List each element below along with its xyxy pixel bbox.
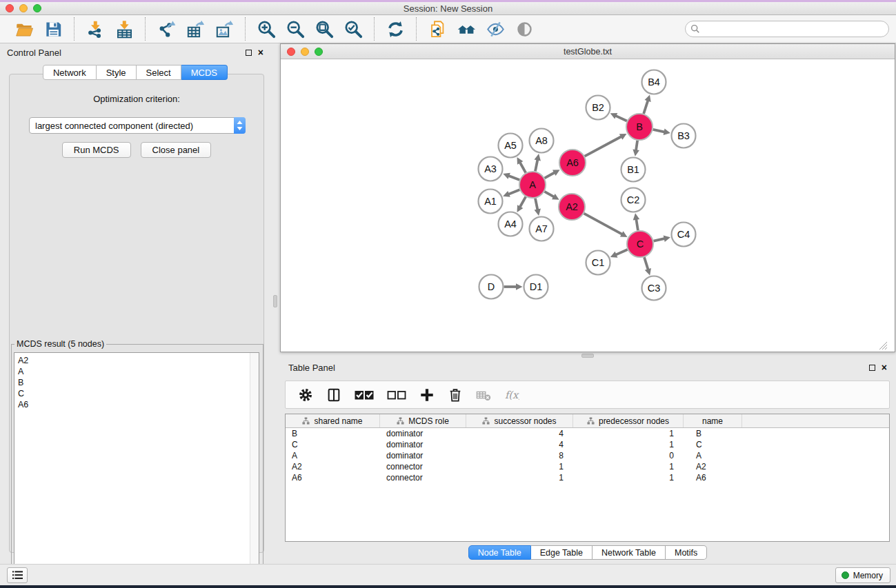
tab-network-table[interactable]: Network Table: [593, 545, 666, 560]
close-panel-button[interactable]: Close panel: [141, 142, 212, 158]
float-panel-icon[interactable]: [246, 50, 252, 56]
mcds-result-item[interactable]: A: [18, 366, 259, 377]
graph-node-C1[interactable]: C1: [586, 251, 610, 275]
tab-edge-table[interactable]: Edge Table: [531, 545, 593, 560]
zoom-selected-button[interactable]: [341, 18, 365, 40]
graph-node-B[interactable]: B: [626, 114, 653, 140]
zoom-fit-button[interactable]: [312, 18, 336, 40]
close-panel-icon[interactable]: ×: [258, 49, 263, 56]
mcds-result-item[interactable]: A2: [18, 355, 259, 366]
graph-node-A8[interactable]: A8: [530, 129, 554, 153]
column-header-predecessor-nodes[interactable]: predecessor nodes: [573, 414, 684, 427]
graph-node-A1[interactable]: A1: [479, 190, 503, 214]
graph-node-A7[interactable]: A7: [530, 217, 554, 241]
duplicate-network-button[interactable]: [426, 18, 449, 40]
import-table-button[interactable]: [112, 18, 136, 40]
svg-text:A8: A8: [535, 135, 548, 146]
column-header-MCDS-role[interactable]: MCDS role: [380, 414, 466, 427]
network-canvas[interactable]: AA1A2A3A4A5A6A7A8BB1B2B3B4CC1C2C3C4DD1: [281, 59, 895, 352]
tab-node-table[interactable]: Node Table: [468, 545, 531, 560]
vertical-splitter-handle[interactable]: [273, 295, 277, 307]
result-scrollbar[interactable]: [250, 353, 259, 577]
graph-node-C3[interactable]: C3: [642, 276, 666, 301]
mcds-result-item[interactable]: B: [18, 377, 259, 388]
graph-node-C4[interactable]: C4: [672, 223, 696, 247]
show-hide-details-button[interactable]: [484, 18, 507, 40]
column-header-successor-nodes[interactable]: successor nodes: [466, 414, 573, 427]
tab-select[interactable]: Select: [137, 65, 181, 80]
open-file-button[interactable]: [12, 18, 36, 40]
table-cell: dominator: [380, 428, 466, 439]
table-row[interactable]: Bdominator41B: [286, 428, 889, 439]
zoom-out-button[interactable]: [283, 18, 307, 40]
save-session-button[interactable]: [41, 18, 65, 40]
node-table: shared nameMCDS rolesuccessor nodesprede…: [285, 414, 890, 542]
refresh-button[interactable]: [384, 18, 407, 40]
home-button[interactable]: [455, 18, 478, 40]
run-mcds-button[interactable]: Run MCDS: [62, 142, 131, 158]
tab-style[interactable]: Style: [97, 65, 137, 80]
tab-mcds[interactable]: MCDS: [181, 65, 228, 80]
graph-edge-arrowhead: [664, 129, 670, 135]
mcds-result-list[interactable]: A2ABCA6: [14, 352, 259, 578]
graph-edge-C-C4: [654, 239, 666, 241]
table-close-icon[interactable]: ×: [882, 364, 887, 371]
graph-node-A6[interactable]: A6: [559, 150, 586, 176]
table-row[interactable]: A6connector11A6: [286, 472, 889, 483]
column-visibility-button[interactable]: [323, 385, 344, 405]
search-input[interactable]: [685, 21, 889, 37]
search-icon: [690, 24, 700, 34]
criterion-select[interactable]: largest connected component (directed): [29, 117, 246, 134]
svg-text:C: C: [637, 239, 644, 250]
graph-node-D[interactable]: D: [479, 275, 504, 299]
svg-text:C3: C3: [648, 283, 661, 294]
graph-edge-A-A3: [508, 176, 520, 180]
export-network-button[interactable]: [155, 18, 178, 40]
graph-node-C[interactable]: C: [627, 231, 653, 257]
tab-network[interactable]: Network: [43, 65, 97, 80]
graph-node-B1[interactable]: B1: [621, 158, 646, 182]
delete-column-button[interactable]: [445, 385, 466, 405]
mcds-result-item[interactable]: A6: [18, 399, 259, 410]
unselect-all-button[interactable]: [384, 385, 409, 405]
graph-node-D1[interactable]: D1: [524, 275, 548, 299]
add-column-button[interactable]: [417, 385, 437, 405]
mcds-result-item[interactable]: C: [18, 388, 259, 399]
import-network-button[interactable]: [83, 18, 107, 40]
memory-button[interactable]: Memory: [835, 567, 890, 583]
delete-table-button[interactable]: [473, 385, 494, 405]
graph-node-A2[interactable]: A2: [559, 194, 585, 220]
tab-motifs[interactable]: Motifs: [666, 545, 707, 560]
table-cell: dominator: [380, 450, 466, 461]
graph-node-A4[interactable]: A4: [499, 212, 523, 236]
graph-node-B2[interactable]: B2: [586, 96, 610, 120]
graph-node-C2[interactable]: C2: [621, 188, 646, 212]
table-row[interactable]: A2connector11A2: [286, 461, 889, 472]
graph-node-A5[interactable]: A5: [499, 134, 523, 158]
function-builder-button[interactable]: f(x): [501, 385, 522, 405]
table-float-icon[interactable]: [869, 365, 875, 371]
graph-node-A3[interactable]: A3: [479, 157, 503, 181]
column-header-name[interactable]: name: [684, 414, 742, 427]
resize-grip-icon[interactable]: [882, 345, 887, 349]
task-history-button[interactable]: [7, 567, 28, 583]
table-row[interactable]: Cdominator41C: [286, 439, 889, 450]
resize-grip-icon[interactable]: [885, 347, 887, 349]
graph-node-A[interactable]: A: [519, 172, 546, 198]
list-icon: [12, 570, 23, 580]
svg-text:A5: A5: [504, 140, 517, 151]
birds-eye-view-button[interactable]: [512, 18, 536, 40]
table-header-row: shared nameMCDS rolesuccessor nodesprede…: [286, 414, 889, 428]
table-options-button[interactable]: [295, 385, 316, 405]
table-row[interactable]: Adominator80A: [286, 450, 889, 461]
select-all-button[interactable]: [352, 385, 377, 405]
graph-node-B4[interactable]: B4: [642, 70, 666, 94]
export-image-button[interactable]: [212, 18, 236, 40]
graph-edge-C-C3: [644, 257, 648, 270]
export-table-button[interactable]: [183, 18, 207, 40]
horizontal-splitter-handle[interactable]: [581, 354, 594, 358]
graph-node-B3[interactable]: B3: [672, 124, 696, 148]
column-header-shared-name[interactable]: shared name: [286, 414, 380, 427]
zoom-in-button[interactable]: [255, 18, 278, 40]
table-panel-title: Table Panel: [288, 363, 335, 373]
